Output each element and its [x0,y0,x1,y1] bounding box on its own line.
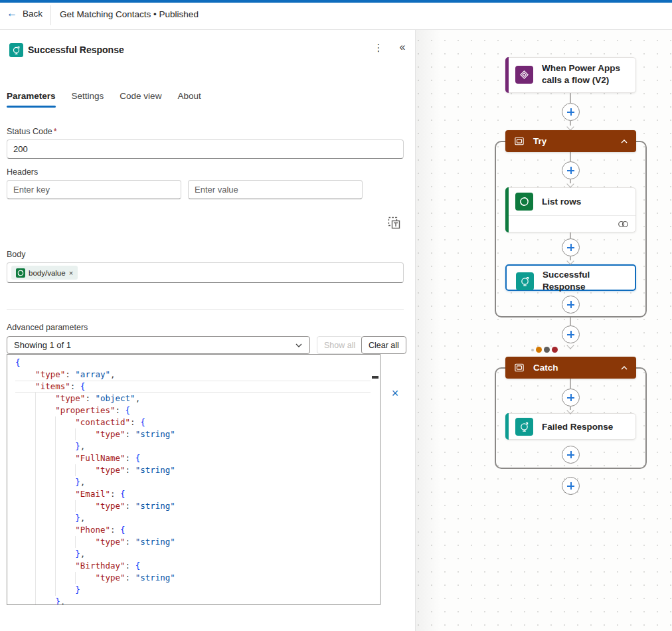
advanced-parameters-dropdown[interactable]: Showing 1 of 1 [7,336,310,354]
scope-icon [515,137,524,145]
topbar-divider [50,5,51,25]
back-button[interactable]: ← Back [7,8,42,19]
remove-token-icon[interactable]: × [69,269,73,277]
tab-settings[interactable]: Settings [72,87,104,108]
connector [570,232,571,238]
insert-step-button[interactable] [562,446,580,464]
arrow-down-icon [567,258,573,264]
power-apps-icon [515,66,533,84]
panel-title: Successful Response [28,45,124,55]
insert-step-button[interactable] [562,325,580,343]
insert-step-button[interactable] [562,103,580,121]
tab-code-view[interactable]: Code view [120,87,161,108]
flow-status: Published [159,9,199,19]
trigger-card-when-power-apps[interactable]: When Power Apps calls a flow (V2) [505,57,636,93]
section-divider [7,309,404,310]
back-arrow-icon: ← [7,8,17,19]
token-label: body/value [29,269,66,277]
top-bar: ← Back Get Matching Contacts • Published [0,0,672,30]
insert-step-button[interactable] [562,389,580,406]
catch-scope-title: Catch [533,363,611,373]
dataverse-icon [16,268,25,278]
response-action-icon [9,43,23,57]
scope-icon [515,363,524,372]
clear-all-button[interactable]: Clear all [361,336,406,354]
chevron-up-icon[interactable] [620,364,628,372]
connector [570,317,571,325]
brand-accent-strip [0,0,672,3]
connector [570,93,571,103]
clear-schema-icon[interactable]: × [388,387,402,400]
overview-ruler-mark [372,376,378,379]
panel-tabs: Parameters Settings Code view About [7,87,201,108]
insert-step-button[interactable] [562,477,580,495]
back-label: Back [23,9,42,19]
headers-value-input[interactable] [188,180,363,199]
more-actions-button[interactable]: ⋮ [372,42,385,58]
body-label: Body [7,250,26,259]
body-value-token[interactable]: body/value × [11,266,78,280]
headers-label: Headers [7,167,38,177]
status-code-label: Status Code* [7,127,57,136]
trigger-accent [505,57,509,93]
trigger-title: When Power Apps calls a flow (V2) [542,62,629,86]
insert-step-button[interactable] [562,161,580,179]
arrow-down-icon [567,181,573,187]
show-all-button[interactable]: Show all [317,336,363,354]
switch-to-text-mode-icon[interactable] [387,216,402,230]
required-asterisk: * [54,127,57,136]
flow-canvas[interactable]: When Power Apps calls a flow (V2) Try Li… [415,30,672,631]
arrow-down-icon [567,124,573,130]
body-input[interactable]: body/value × [7,262,404,283]
connector [570,152,571,161]
headers-key-input[interactable] [7,180,181,199]
tab-about[interactable]: About [177,87,201,108]
status-code-input[interactable] [7,139,404,159]
catch-scope-header[interactable]: Catch [505,357,636,379]
flow-title: Get Matching Contacts • Published [60,9,199,19]
insert-step-button[interactable] [562,296,580,314]
dropdown-value: Showing 1 of 1 [14,340,71,350]
try-scope-title: Try [533,136,611,146]
collapse-panel-button[interactable]: « [395,41,410,57]
run-after-status-dots [416,347,672,353]
try-scope-header[interactable]: Try [505,130,636,152]
arrow-down-icon [567,408,573,414]
advanced-parameters-label: Advanced parameters [7,323,88,332]
insert-step-button[interactable] [562,238,580,256]
connector [570,379,571,389]
tab-parameters[interactable]: Parameters [7,87,56,108]
chevron-up-icon[interactable] [620,137,628,145]
chevron-down-icon [295,341,303,349]
schema-code-editor[interactable]: { "type": "array", "items": { "type": "o… [7,354,380,605]
action-details-panel: Successful Response ⋮ « Parameters Setti… [0,30,415,631]
